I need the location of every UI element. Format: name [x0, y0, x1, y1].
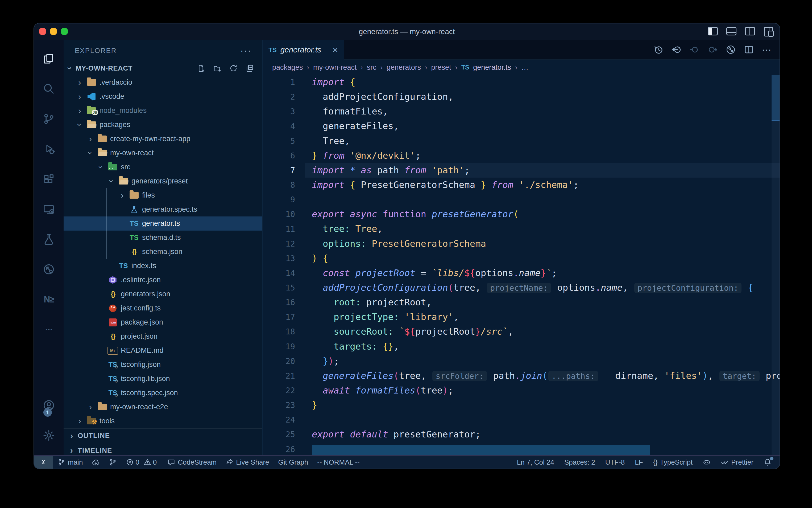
code-line-15[interactable]: 15 addProjectConfiguration(tree, project…	[262, 280, 779, 295]
breadcrumb-item-src[interactable]: src	[367, 64, 377, 72]
status-publish-changes[interactable]	[92, 458, 100, 466]
line-number[interactable]: 18	[262, 324, 305, 339]
new-file-icon[interactable]	[197, 64, 205, 73]
code-line-2[interactable]: 2 addProjectConfiguration,	[262, 89, 779, 104]
activity-item-search[interactable]	[34, 74, 63, 104]
tree-item-generator.spec.ts[interactable]: generator.spec.ts	[63, 202, 262, 216]
navigate-back-icon[interactable]	[671, 44, 682, 55]
project-section-header[interactable]: › MY-OWN-REACT	[63, 61, 262, 75]
line-number[interactable]: 19	[262, 339, 305, 354]
status-cursor-position[interactable]: Ln 7, Col 24	[517, 458, 554, 466]
line-number[interactable]: 1	[262, 75, 305, 89]
line-number[interactable]: 8	[262, 178, 305, 192]
refresh-explorer-icon[interactable]	[229, 64, 238, 73]
line-number[interactable]: 13	[262, 251, 305, 266]
activity-item-accounts[interactable]: 1	[43, 390, 55, 420]
code-line-14[interactable]: 14 const projectRoot = `libs/${options.n…	[262, 266, 779, 280]
tree-item-my-own-react-e2e[interactable]: ›my-own-react-e2e	[63, 400, 262, 414]
line-number[interactable]: 21	[262, 369, 305, 383]
code-line-22[interactable]: 22 await formatFiles(tree);	[262, 383, 779, 398]
tree-item-index.ts[interactable]: TSindex.ts	[63, 259, 262, 273]
activity-item-testing[interactable]	[34, 224, 63, 254]
code-line-8[interactable]: 8import { PresetGeneratorSchema } from '…	[262, 178, 779, 192]
line-number[interactable]: 22	[262, 383, 305, 398]
scrollbar-thumb[interactable]	[772, 75, 779, 121]
code-line-10[interactable]: 10export async function presetGenerator(	[262, 207, 779, 221]
code-line-23[interactable]: 23}	[262, 398, 779, 413]
line-number[interactable]: 6	[262, 148, 305, 163]
code-line-6[interactable]: 6} from '@nx/devkit';	[262, 148, 779, 163]
source-control-action-icon[interactable]	[725, 44, 736, 55]
line-number[interactable]: 20	[262, 354, 305, 369]
tree-item-README.md[interactable]: M↓README.md	[63, 343, 262, 357]
previous-change-icon[interactable]	[689, 44, 700, 55]
tree-item-schema.d.ts[interactable]: TSschema.d.ts	[63, 230, 262, 245]
activity-item-run-debug[interactable]	[34, 134, 63, 164]
close-tab-icon[interactable]: ×	[333, 45, 338, 55]
line-number[interactable]: 2	[262, 89, 305, 104]
toggle-panel-icon[interactable]	[726, 27, 736, 35]
activity-item-gitlens[interactable]	[34, 254, 63, 284]
status-notifications[interactable]	[764, 458, 772, 466]
more-actions-icon[interactable]: ⋯	[762, 44, 772, 55]
explorer-more-actions-icon[interactable]: ···	[240, 45, 251, 56]
zoom-window-button[interactable]	[61, 28, 68, 35]
status-git-branch[interactable]: main	[57, 458, 83, 466]
tree-item-.verdaccio[interactable]: ›.verdaccio	[63, 75, 262, 89]
tree-item-my-own-react[interactable]: ›my-own-react	[63, 146, 262, 160]
code-line-1[interactable]: 1import {	[262, 75, 779, 89]
tree-item-.vscode[interactable]: ›.vscode	[63, 89, 262, 103]
code-line-3[interactable]: 3 formatFiles,	[262, 104, 779, 119]
remote-indicator[interactable]	[34, 456, 53, 469]
line-number[interactable]: 17	[262, 310, 305, 324]
code-line-24[interactable]: 24	[262, 413, 779, 427]
code-line-20[interactable]: 20 });	[262, 354, 779, 369]
code-line-16[interactable]: 16 root: projectRoot,	[262, 295, 779, 310]
code-line-7[interactable]: 7import * as path from 'path';	[262, 163, 779, 178]
toggle-secondary-sidebar-icon[interactable]	[745, 27, 755, 35]
section-outline[interactable]: ›OUTLINE	[63, 428, 262, 443]
toggle-sidebar-icon[interactable]	[708, 27, 718, 35]
new-folder-icon[interactable]	[213, 64, 222, 73]
line-number[interactable]: 4	[262, 119, 305, 133]
vertical-scrollbar[interactable]	[772, 75, 779, 455]
status-vim-mode[interactable]: -- NORMAL --	[317, 458, 360, 466]
status-prettier[interactable]: Prettier	[721, 458, 754, 466]
code-editor[interactable]: 1import {2 addProjectConfiguration,3 for…	[262, 75, 779, 455]
code-line-18[interactable]: 18 sourceRoot: `${projectRoot}/src`,	[262, 324, 779, 339]
tab-generator-ts[interactable]: TS generator.ts ×	[262, 40, 344, 60]
tree-item-packages[interactable]: ›packages	[63, 118, 262, 132]
tree-item-generator.ts[interactable]: TSgenerator.ts	[63, 216, 262, 230]
horizontal-scrollbar[interactable]	[312, 445, 650, 455]
activity-item-nx-console[interactable]: N≥	[34, 284, 63, 314]
activity-item-settings[interactable]	[43, 420, 55, 451]
breadcrumb-file[interactable]: generator.ts	[473, 64, 511, 72]
next-change-icon[interactable]	[708, 44, 718, 55]
status-copilot[interactable]	[703, 458, 711, 466]
line-number[interactable]: 7	[262, 163, 305, 178]
tree-item-jest.config.ts[interactable]: jest.config.ts	[63, 301, 262, 315]
status-problems[interactable]: 00	[126, 458, 158, 466]
close-window-button[interactable]	[39, 28, 46, 35]
section-timeline[interactable]: ›TIMELINE	[63, 443, 262, 457]
tree-item-project.json[interactable]: {}project.json	[63, 329, 262, 343]
code-line-11[interactable]: 11 tree: Tree,	[262, 221, 779, 236]
minimize-window-button[interactable]	[50, 28, 57, 35]
status-indentation[interactable]: Spaces: 2	[564, 458, 595, 466]
tree-item-.eslintrc.json[interactable]: .eslintrc.json	[63, 273, 262, 287]
collapse-folders-icon[interactable]	[245, 64, 254, 73]
line-number[interactable]: 15	[262, 280, 305, 295]
status-eol[interactable]: LF	[635, 458, 643, 466]
tree-item-create-my-own-react-app[interactable]: ›create-my-own-react-app	[63, 132, 262, 146]
tree-item-node_modules[interactable]: ›JSnode_modules	[63, 103, 262, 118]
line-number[interactable]: 5	[262, 134, 305, 148]
code-line-9[interactable]: 9	[262, 192, 779, 207]
status-git-actions[interactable]	[109, 458, 117, 466]
breadcrumb-item-packages[interactable]: packages	[272, 64, 303, 72]
line-number[interactable]: 9	[262, 192, 305, 207]
tree-item-tsconfig.json[interactable]: TS⚙tsconfig.json	[63, 357, 262, 372]
line-number[interactable]: 14	[262, 266, 305, 280]
local-history-icon[interactable]	[653, 44, 664, 55]
line-number[interactable]: 10	[262, 207, 305, 221]
status-language-mode[interactable]: {}TypeScript	[653, 458, 693, 466]
